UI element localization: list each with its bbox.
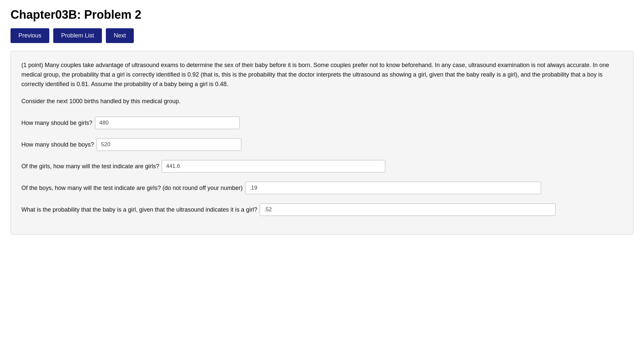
question-label-1: How many should be girls? [21,120,92,127]
question-label-5: What is the probability that the baby is… [21,206,257,213]
question-row-2: How many should be boys? [21,138,623,151]
answer-input-5[interactable] [260,203,556,216]
question-label-2: How many should be boys? [21,141,94,148]
answer-input-4[interactable] [245,182,541,194]
nav-buttons: Previous Problem List Next [11,28,633,43]
problem-list-button[interactable]: Problem List [53,28,102,43]
problem-intro-text: (1 point) Many couples take advantage of… [21,60,623,89]
question-label-4: Of the boys, how many will the test indi… [21,185,243,192]
answer-input-2[interactable] [97,138,241,151]
question-row-4: Of the boys, how many will the test indi… [21,182,623,194]
problem-container: (1 point) Many couples take advantage of… [11,51,633,235]
consider-text: Consider the next 1000 births handled by… [21,97,623,106]
question-row-1: How many should be girls? [21,117,623,129]
question-row-5: What is the probability that the baby is… [21,203,623,216]
next-button[interactable]: Next [106,28,134,43]
page-title: Chapter03B: Problem 2 [11,8,633,22]
previous-button[interactable]: Previous [11,28,49,43]
answer-input-3[interactable] [162,160,385,173]
answer-input-1[interactable] [95,117,240,129]
question-row-3: Of the girls, how many will the test ind… [21,160,623,173]
question-label-3: Of the girls, how many will the test ind… [21,163,159,170]
